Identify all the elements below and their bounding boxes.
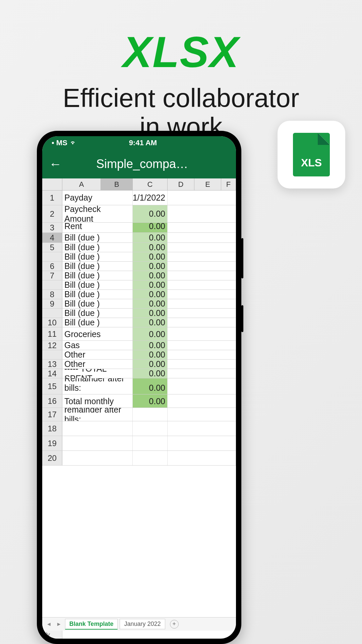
cell[interactable]: 0.00 [133, 360, 168, 369]
cell[interactable]: 1/1/2022 [133, 191, 168, 205]
col-header-E[interactable]: E [194, 178, 221, 190]
cell[interactable]: 0.00 [133, 299, 168, 308]
row-header[interactable]: 15 [42, 378, 62, 394]
sheet-body[interactable]: 1Payday1/1/20222Paycheck Amount0.003Rent… [42, 191, 236, 617]
col-header-F[interactable]: F [221, 178, 236, 190]
cell[interactable] [133, 421, 168, 436]
cell[interactable] [168, 369, 236, 378]
row-header[interactable]: 5 [42, 243, 62, 252]
row-header[interactable]: 9 [42, 299, 62, 308]
cell[interactable]: 0.00 [133, 341, 168, 350]
cell[interactable]: 0.00 [133, 318, 168, 327]
col-header-A[interactable]: A [62, 178, 101, 190]
row-header[interactable]: 6 [42, 262, 62, 271]
tab-prev-icon[interactable]: ◄ [45, 621, 53, 627]
cell[interactable]: Bill (due ) [62, 262, 133, 271]
col-header-C[interactable]: C [133, 178, 168, 190]
cell[interactable] [168, 233, 236, 243]
cell[interactable] [168, 341, 236, 350]
cell[interactable]: Gas [62, 341, 133, 350]
cell[interactable]: Bill (due ) [62, 280, 133, 289]
cell[interactable] [168, 360, 236, 369]
cell[interactable]: 0.00 [133, 233, 168, 243]
cell[interactable] [168, 252, 236, 261]
cell[interactable]: Bill (due ) [62, 252, 133, 261]
cell[interactable]: ----- TOTAL SPENT ---- [62, 369, 133, 378]
cell[interactable]: 0.00 [133, 223, 168, 232]
cell[interactable]: Remainder after bills: [62, 378, 133, 394]
cell[interactable] [168, 318, 236, 327]
cell[interactable]: 0.00 [133, 205, 168, 222]
row-header[interactable]: 10 [42, 318, 62, 327]
cell[interactable]: Total monthly [62, 394, 133, 408]
row-header[interactable]: 16 [42, 394, 62, 408]
row-header[interactable]: 14 [42, 369, 62, 378]
col-header-D[interactable]: D [168, 178, 194, 190]
cell[interactable]: Bill (due ) [62, 318, 133, 327]
row-header[interactable] [42, 309, 62, 318]
cell[interactable]: 0.00 [133, 394, 168, 408]
row-header[interactable]: 2 [42, 205, 62, 222]
cell[interactable] [168, 394, 236, 408]
sheet-tab-active[interactable]: Blank Template [65, 619, 118, 630]
corner-cell[interactable] [42, 178, 62, 190]
col-header-B[interactable]: B [101, 178, 133, 190]
cell[interactable] [168, 309, 236, 318]
cell[interactable]: Bill (due ) [62, 271, 133, 280]
cell[interactable]: 0.00 [133, 252, 168, 261]
cell[interactable] [168, 299, 236, 308]
cell[interactable]: Rent [62, 223, 133, 232]
cell[interactable] [168, 191, 236, 205]
back-arrow-icon[interactable]: ← [49, 157, 62, 171]
cell[interactable] [168, 378, 236, 394]
cell[interactable] [168, 350, 236, 359]
cell[interactable] [168, 327, 236, 340]
cell[interactable] [168, 290, 236, 299]
cell[interactable]: 0.00 [133, 290, 168, 299]
cell[interactable] [133, 451, 168, 465]
cell[interactable] [168, 421, 236, 436]
cell[interactable]: Paycheck Amount [62, 205, 133, 222]
cell[interactable] [168, 436, 236, 450]
cell[interactable] [133, 436, 168, 450]
row-header[interactable]: 20 [42, 451, 62, 465]
cell[interactable]: Bill (due ) [62, 299, 133, 308]
cell[interactable] [168, 205, 236, 222]
cell[interactable] [62, 436, 133, 450]
cell[interactable] [168, 243, 236, 252]
cell[interactable] [62, 421, 133, 436]
cell[interactable]: 0.00 [133, 309, 168, 318]
cell[interactable]: Bill (due ) [62, 233, 133, 243]
row-header[interactable]: 7 [42, 271, 62, 280]
row-header[interactable]: 19 [42, 436, 62, 450]
cell[interactable]: 0.00 [133, 350, 168, 359]
add-sheet-button[interactable]: + [170, 620, 179, 629]
cell[interactable]: Other [62, 360, 133, 369]
cell[interactable]: 0.00 [133, 369, 168, 378]
cell[interactable]: Payday [62, 191, 133, 205]
row-header[interactable] [42, 252, 62, 261]
cell[interactable]: Groceries [62, 327, 133, 340]
cell[interactable]: 0.00 [133, 243, 168, 252]
sheet-tab-other[interactable]: January 2022 [120, 619, 165, 629]
row-header[interactable]: 4 [42, 233, 62, 243]
cell[interactable] [168, 280, 236, 289]
row-header[interactable]: 8 [42, 290, 62, 299]
cell[interactable]: Bill (due ) [62, 309, 133, 318]
cell[interactable] [168, 223, 236, 232]
cell[interactable]: 0.00 [133, 271, 168, 280]
row-header[interactable] [42, 350, 62, 359]
cell[interactable]: Other [62, 350, 133, 359]
cell[interactable] [168, 451, 236, 465]
row-header[interactable]: 11 [42, 327, 62, 340]
cell[interactable] [168, 408, 236, 421]
cell[interactable] [168, 262, 236, 271]
cell[interactable]: 0.00 [133, 262, 168, 271]
tab-next-icon[interactable]: ► [55, 621, 63, 627]
cell[interactable]: 0.00 [133, 280, 168, 289]
cell[interactable]: Bill (due ) [62, 243, 133, 252]
row-header[interactable]: 13 [42, 360, 62, 369]
row-header[interactable]: 17 [42, 408, 62, 421]
row-header[interactable]: 18 [42, 421, 62, 436]
row-header[interactable]: 3 [42, 223, 62, 232]
